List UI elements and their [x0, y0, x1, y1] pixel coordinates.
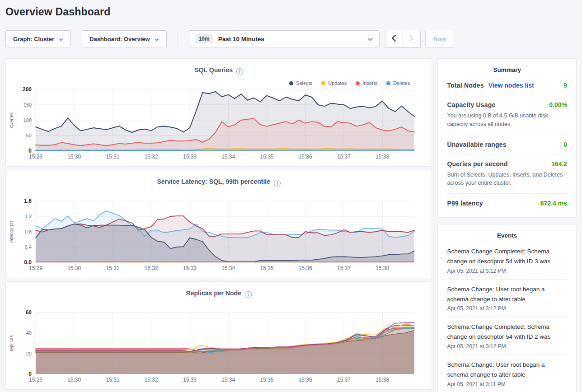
next-time-button[interactable]: [403, 30, 421, 48]
svg-text:15:31: 15:31: [106, 265, 119, 271]
summary-item-label: Unavailable ranges: [447, 141, 506, 148]
chevron-down-icon: [367, 35, 373, 43]
replicas-per-node-chart[interactable]: 15:2915:3015:3115:3215:3315:3415:3515:36…: [6, 308, 433, 389]
svg-text:15:38: 15:38: [375, 377, 389, 383]
now-button[interactable]: Now: [425, 30, 455, 48]
svg-text:15:36: 15:36: [299, 377, 312, 383]
event-text: Schema Change Completed: Schema change o…: [447, 247, 567, 266]
event-text: Schema Change: User root began a schema …: [447, 285, 567, 304]
svg-text:15:33: 15:33: [183, 154, 197, 160]
info-icon[interactable]: i: [274, 180, 281, 187]
events-items: Schema Change Completed: Schema change o…: [447, 242, 567, 392]
summary-item-value: 872.4 ms: [540, 200, 567, 207]
svg-text:15:33: 15:33: [183, 265, 197, 271]
chevron-left-icon: [391, 34, 396, 44]
svg-text:15:34: 15:34: [221, 377, 235, 383]
chart-title-row: Replicas per Nodei: [6, 289, 432, 298]
svg-text:15:37: 15:37: [337, 265, 351, 271]
svg-text:15:31: 15:31: [106, 154, 119, 160]
event-text: Schema Change: User root began a schema …: [447, 360, 567, 380]
svg-text:queries: queries: [9, 112, 14, 128]
summary-item: Queries per second164.2Sum of Selects, U…: [447, 154, 567, 194]
svg-text:1.6: 1.6: [24, 198, 32, 204]
summary-item-label: Total Nodes: [447, 82, 483, 89]
main-content: SQL Queriesi SelectsUpdatesInsertsDelete…: [0, 58, 582, 392]
graph-dropdown[interactable]: Graph: Cluster: [5, 30, 71, 47]
summary-item-label: P99 latency: [447, 200, 483, 207]
time-range-selector[interactable]: 10m Past 10 Minutes: [189, 30, 380, 47]
page-title: Overview Dashboard: [0, 0, 582, 18]
svg-text:15:37: 15:37: [337, 154, 351, 160]
summary-title: Summary: [447, 66, 567, 76]
replicas-per-node-chart-card: Replicas per Nodei 15:2915:3015:3115:321…: [5, 281, 432, 390]
svg-text:15:35: 15:35: [260, 154, 273, 160]
side-column: Summary Total NodesView nodes list9Capac…: [437, 58, 577, 392]
event-item: Schema Change Completed: Schema change o…: [447, 317, 567, 355]
event-item: Schema Change Completed: Schema change o…: [447, 242, 567, 280]
svg-text:15:30: 15:30: [67, 154, 81, 160]
chart-title: Replicas per Node: [186, 289, 241, 297]
summary-item-value: 164.2: [551, 160, 567, 168]
event-timestamp: Apr 05, 2021 at 3:12 PM: [447, 268, 567, 274]
chart-title: Service Latency: SQL, 99th percentile: [157, 178, 270, 185]
svg-text:100: 100: [23, 117, 32, 123]
svg-text:40: 40: [26, 330, 32, 336]
view-nodes-link[interactable]: View nodes list: [488, 82, 534, 89]
svg-text:200: 200: [23, 86, 32, 93]
time-range-badge: 10m: [196, 34, 213, 43]
svg-text:0.8: 0.8: [25, 229, 32, 234]
event-item: Schema Change: User root began a schema …: [447, 355, 567, 392]
dashboard-dropdown-label: Dashboard: Overview: [89, 36, 150, 42]
svg-text:1.2: 1.2: [25, 214, 32, 219]
svg-text:15:36: 15:36: [299, 154, 312, 160]
event-timestamp: Apr 05, 2021 at 3:12 PM: [447, 305, 567, 312]
summary-item-label: Queries per second: [447, 160, 507, 168]
svg-text:15:31: 15:31: [106, 377, 119, 383]
svg-text:0: 0: [28, 148, 32, 154]
dashboard-dropdown[interactable]: Dashboard: Overview: [82, 30, 167, 47]
svg-text:15:37: 15:37: [337, 377, 351, 383]
summary-item-subtext: Sum of Selects, Updates, Inserts, and De…: [447, 171, 567, 188]
svg-text:15:34: 15:34: [221, 265, 235, 271]
svg-text:15:38: 15:38: [375, 265, 389, 271]
time-range-label: Past 10 Minutes: [218, 36, 264, 42]
chevron-down-icon: [59, 36, 63, 42]
chart-title-row: SQL Queriesi: [6, 66, 432, 75]
summary-item-value: 0.00%: [549, 101, 567, 108]
svg-text:15:33: 15:33: [183, 377, 197, 383]
svg-text:15:35: 15:35: [260, 377, 273, 383]
info-icon[interactable]: i: [245, 291, 252, 298]
svg-text:150: 150: [23, 102, 32, 107]
events-panel: Events Schema Change Completed: Schema c…: [437, 224, 577, 392]
summary-item: P99 latency872.4 ms: [447, 194, 567, 213]
summary-item: Capacity Usage0.00%You are using 0 B of …: [447, 95, 567, 135]
summary-item: Unavailable ranges0: [447, 135, 567, 154]
svg-text:60: 60: [26, 309, 32, 316]
svg-text:15:29: 15:29: [29, 265, 42, 271]
svg-text:latency (s): latency (s): [9, 221, 14, 243]
service-latency-chart[interactable]: 15:2915:3015:3115:3215:3315:3415:3515:36…: [6, 196, 433, 278]
sql-queries-chart[interactable]: 15:2915:3015:3115:3215:3315:3415:3515:36…: [6, 85, 433, 166]
svg-text:0.4: 0.4: [25, 244, 32, 250]
svg-text:15:34: 15:34: [221, 154, 235, 160]
svg-text:15:38: 15:38: [375, 154, 389, 160]
svg-text:15:29: 15:29: [29, 154, 42, 160]
summary-items: Total NodesView nodes list9Capacity Usag…: [447, 76, 567, 213]
svg-text:0: 0: [28, 371, 32, 377]
event-timestamp: Apr 05, 2021 at 3:11 PM: [447, 381, 567, 387]
svg-text:20: 20: [26, 351, 32, 356]
prev-time-button[interactable]: [385, 30, 403, 48]
charts-column: SQL Queriesi SelectsUpdatesInsertsDelete…: [5, 58, 432, 392]
event-timestamp: Apr 05, 2021 at 3:12 PM: [447, 343, 567, 350]
chart-title-row: Service Latency: SQL, 99th percentilei: [6, 178, 432, 187]
chevron-right-icon: [409, 34, 414, 44]
toolbar-divider: [178, 31, 178, 47]
info-icon[interactable]: i: [236, 68, 243, 75]
summary-item: Total NodesView nodes list9: [447, 76, 567, 95]
svg-text:15:32: 15:32: [145, 377, 158, 383]
svg-text:50: 50: [26, 133, 32, 138]
svg-text:15:32: 15:32: [145, 265, 158, 271]
chevron-down-icon: [155, 36, 159, 42]
toolbar: Graph: Cluster Dashboard: Overview 10m P…: [5, 30, 577, 48]
service-latency-chart-card: Service Latency: SQL, 99th percentilei 1…: [5, 170, 432, 278]
